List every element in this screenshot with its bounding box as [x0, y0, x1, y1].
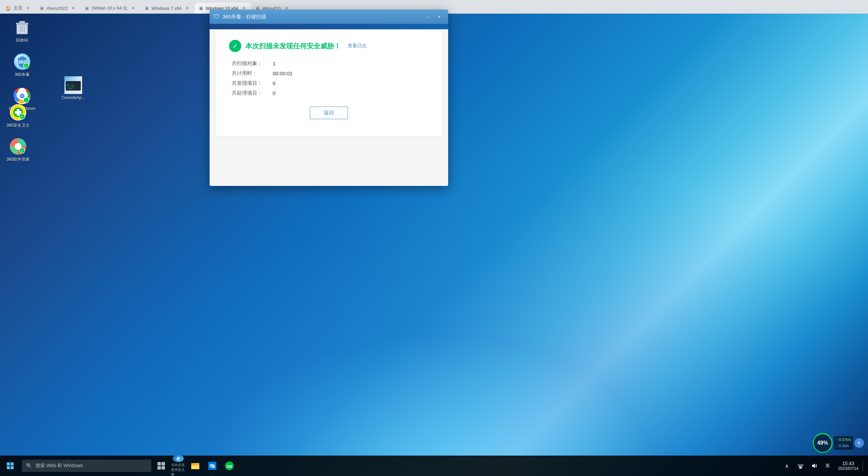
- taskbar-explorer-button[interactable]: [187, 456, 204, 476]
- show-desktop-button[interactable]: [863, 460, 865, 472]
- svg-rect-45: [797, 464, 804, 465]
- tray-language-button[interactable]: 英: [822, 460, 834, 472]
- ie-label: 乌衣击克里米亚大桥: [171, 463, 185, 476]
- stat-value-found: 0: [273, 80, 275, 86]
- close-button[interactable]: ×: [435, 13, 444, 21]
- stat-label-time: 共计用时：: [232, 70, 273, 77]
- taskbar-store-button[interactable]: 🛍: [204, 456, 221, 476]
- dialog-overlay: 🛡 360杀毒 - 右键扫描 – × ✓ 本次扫描未发现任何安全威胁！ 查看日志: [0, 0, 868, 456]
- stat-label-scan-count: 共扫描对象：: [232, 60, 273, 67]
- stat-row-found: 共发现项目： 0: [232, 80, 429, 86]
- svg-rect-33: [162, 462, 165, 465]
- ie-icon: e: [173, 455, 184, 462]
- dialog-content: ✓ 本次扫描未发现任何安全威胁！ 查看日志 共扫描对象： 1 共计用时： 00:…: [215, 29, 443, 137]
- svg-text:360: 360: [227, 465, 232, 469]
- task-view-button[interactable]: [153, 456, 170, 476]
- network-icon: [797, 462, 804, 469]
- volume-icon: [811, 462, 818, 469]
- svg-rect-37: [191, 463, 195, 464]
- scan-dialog: 🛡 360杀毒 - 右键扫描 – × ✓ 本次扫描未发现任何安全威胁！ 查看日志: [210, 10, 448, 186]
- clock-date: 2023/07/14: [838, 466, 858, 471]
- start-button[interactable]: [0, 456, 20, 476]
- taskbar: 🔍 搜索 Web 和 Windows e 乌衣击克里米亚大桥: [0, 456, 868, 476]
- stat-row-processed: 共处理项目： 0: [232, 90, 429, 96]
- return-button[interactable]: 返回: [310, 107, 348, 119]
- svg-text:🛍: 🛍: [210, 463, 215, 469]
- dialog-title-icon: 🛡: [214, 13, 220, 20]
- svg-rect-32: [157, 462, 161, 465]
- taskbar-search[interactable]: 🔍 搜索 Web 和 Windows: [22, 460, 151, 472]
- success-icon: ✓: [229, 40, 241, 52]
- desktop: 🏠 主页 ✕ 🖥 r0env2022 ✕ 🖥 Debian 10.x 64 位 …: [0, 0, 868, 476]
- chevron-icon: ∧: [785, 463, 789, 469]
- titlebar-controls: – ×: [424, 13, 444, 21]
- scan-stats: 共扫描对象： 1 共计用时： 00:00:01 共发现项目： 0 共处理项目: [232, 60, 429, 96]
- svg-rect-35: [162, 466, 165, 470]
- stat-row-time: 共计用时： 00:00:01: [232, 70, 429, 77]
- dialog-footer: 返回: [229, 100, 429, 126]
- task-view-icon: [157, 462, 165, 470]
- dialog-body: ✓ 本次扫描未发现任何安全威胁！ 查看日志 共扫描对象： 1 共计用时： 00:…: [210, 29, 448, 186]
- taskbar-360guard-icon: 360: [225, 461, 234, 471]
- svg-rect-38: [191, 464, 199, 469]
- svg-rect-43: [799, 467, 802, 469]
- taskbar-ie-app[interactable]: e 乌衣击克里米亚大桥: [170, 456, 187, 475]
- dialog-titlebar: 🛡 360杀毒 - 右键扫描 – ×: [210, 10, 448, 24]
- svg-rect-44: [798, 466, 803, 467]
- taskbar-clock[interactable]: 15:43 2023/07/14: [835, 461, 861, 471]
- taskbar-360guard-button[interactable]: 360: [221, 456, 238, 476]
- stat-label-processed: 共处理项目：: [232, 90, 273, 96]
- tray-network-icon[interactable]: [794, 460, 807, 472]
- minimize-button[interactable]: –: [424, 13, 433, 21]
- search-icon: 🔍: [26, 463, 33, 469]
- explorer-icon: [191, 461, 200, 471]
- windows-logo-icon: [7, 462, 14, 469]
- stat-value-processed: 0: [273, 90, 275, 96]
- tray-volume-icon[interactable]: [808, 460, 820, 472]
- language-indicator: 英: [824, 463, 831, 469]
- scan-result-header: ✓ 本次扫描未发现任何安全威胁！ 查看日志: [229, 40, 429, 52]
- scan-result-title: 本次扫描未发现任何安全威胁！: [245, 42, 341, 51]
- stat-value-scan-count: 1: [273, 61, 275, 66]
- tray-expand-button[interactable]: ∧: [781, 460, 793, 472]
- stat-row-scan-count: 共扫描对象： 1: [232, 60, 429, 67]
- stat-label-found: 共发现项目：: [232, 80, 273, 86]
- clock-time: 15:43: [838, 461, 858, 466]
- view-log-link[interactable]: 查看日志: [348, 43, 367, 49]
- store-icon: 🛍: [208, 461, 217, 471]
- stat-value-time: 00:00:01: [273, 70, 292, 76]
- svg-rect-34: [157, 466, 161, 470]
- taskbar-tray: ∧ 英: [781, 456, 868, 476]
- dialog-title: 360杀毒 - 右键扫描: [223, 14, 266, 20]
- taskbar-search-placeholder: 搜索 Web 和 Windows: [35, 463, 83, 469]
